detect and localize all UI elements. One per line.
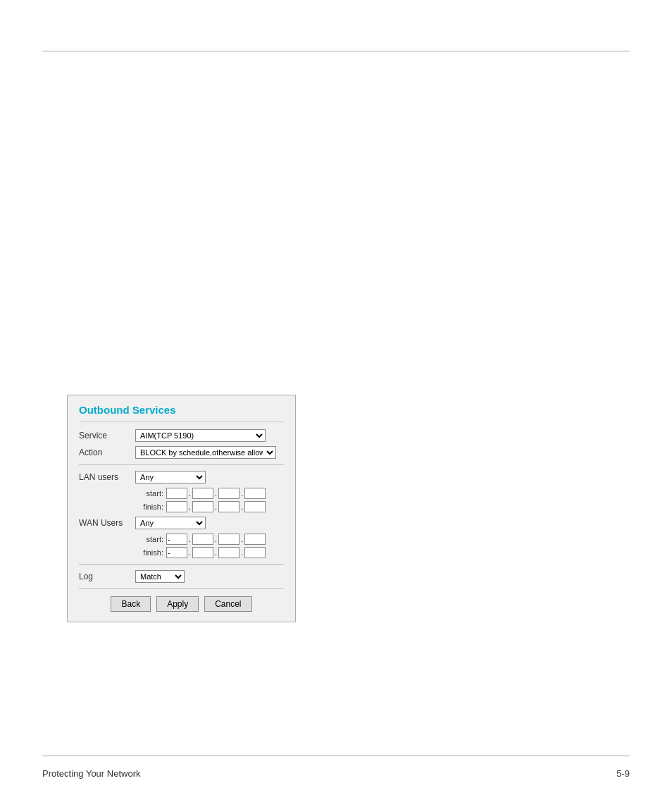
back-button[interactable]: Back	[111, 596, 151, 612]
action-label: Action	[79, 448, 135, 457]
outbound-services-dialog: Outbound Services Service AIM(TCP 5190) …	[67, 395, 296, 622]
action-select[interactable]: BLOCK by schedule,otherwise allow ALLOW …	[135, 446, 276, 459]
footer-left-text: Protecting Your Network	[42, 768, 140, 779]
lan-users-row: LAN users Any Single address Address ran…	[79, 471, 284, 483]
lan-start-row: start: . . .	[135, 488, 284, 499]
dialog-title: Outbound Services	[79, 404, 284, 422]
wan-start-ip3[interactable]	[218, 534, 239, 545]
footer-right-text: 5-9	[616, 768, 630, 779]
action-row: Action BLOCK by schedule,otherwise allow…	[79, 446, 284, 459]
wan-start-ip2[interactable]	[192, 534, 213, 545]
service-select[interactable]: AIM(TCP 5190) FTP HTTP HTTPS	[135, 429, 266, 442]
lan-start-ip3[interactable]	[218, 488, 239, 499]
cancel-button[interactable]: Cancel	[204, 596, 251, 612]
lan-finish-row: finish: . . .	[135, 501, 284, 512]
service-row: Service AIM(TCP 5190) FTP HTTP HTTPS	[79, 429, 284, 442]
lan-finish-ip4[interactable]	[244, 501, 266, 512]
top-divider	[42, 51, 630, 51]
wan-start-ip1[interactable]	[166, 534, 187, 545]
wan-start-label: start:	[135, 535, 163, 543]
divider-1	[79, 464, 284, 465]
service-label: Service	[79, 431, 135, 441]
log-label: Log	[79, 572, 135, 581]
divider-3	[79, 589, 284, 589]
wan-users-label: WAN Users	[79, 518, 135, 528]
bottom-divider	[42, 756, 630, 756]
lan-users-label: LAN users	[79, 472, 135, 482]
lan-finish-ip2[interactable]	[192, 501, 213, 512]
lan-start-label: start:	[135, 489, 163, 498]
wan-start-ip4[interactable]	[244, 534, 266, 545]
button-row: Back Apply Cancel	[79, 596, 284, 612]
wan-finish-ip1[interactable]	[166, 547, 187, 558]
lan-users-select[interactable]: Any Single address Address range	[135, 471, 206, 483]
log-row: Log Match Always Never	[79, 570, 284, 583]
lan-start-ip4[interactable]	[244, 488, 266, 499]
lan-finish-ip3[interactable]	[218, 501, 239, 512]
divider-2	[79, 564, 284, 565]
wan-finish-ip2[interactable]	[192, 547, 213, 558]
log-select[interactable]: Match Always Never	[135, 570, 185, 583]
wan-finish-label: finish:	[135, 548, 163, 557]
wan-start-row: start: . . .	[135, 534, 284, 545]
wan-users-row: WAN Users Any Single address Address ran…	[79, 517, 284, 529]
wan-finish-row: finish: . . .	[135, 547, 284, 558]
lan-finish-ip1[interactable]	[166, 501, 187, 512]
wan-finish-ip4[interactable]	[244, 547, 266, 558]
lan-finish-label: finish:	[135, 503, 163, 511]
lan-start-ip1[interactable]	[166, 488, 187, 499]
apply-button[interactable]: Apply	[156, 596, 199, 612]
lan-start-ip2[interactable]	[192, 488, 213, 499]
wan-finish-ip3[interactable]	[218, 547, 239, 558]
wan-users-select[interactable]: Any Single address Address range	[135, 517, 206, 529]
